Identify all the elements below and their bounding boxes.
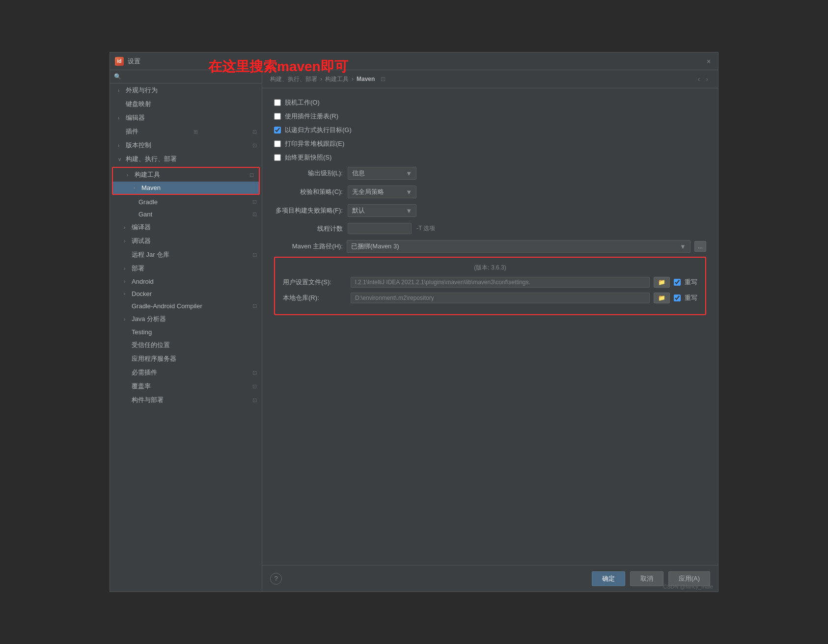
checkbox-offline-row: 脱机工作(O) — [274, 98, 706, 107]
local-repo-browse-button[interactable]: 📁 — [654, 293, 670, 303]
sidebar-item-label: Docker — [132, 290, 152, 297]
checkbox-update[interactable] — [274, 154, 281, 161]
checkbox-recursive[interactable] — [274, 127, 281, 134]
dropdown-arrow-icon: ▼ — [680, 243, 686, 250]
sidebar-item-build-tools[interactable]: › 构建工具 ⊡ — [113, 168, 259, 182]
checkbox-stacktrace-label[interactable]: 打印异常堆栈跟踪(E) — [285, 139, 344, 148]
checkbox-offline[interactable] — [274, 99, 281, 106]
sidebar-item-label: 编辑器 — [126, 113, 145, 122]
user-settings-override-checkbox[interactable] — [674, 279, 681, 286]
sidebar-item-deploy[interactable]: › 部署 — [110, 262, 262, 275]
chevron-icon: › — [134, 185, 138, 190]
sidebar-item-label: Maven — [141, 184, 161, 191]
sidebar-item-docker[interactable]: › Docker — [110, 288, 262, 300]
breadcrumb-nav: ‹ › — [696, 74, 710, 84]
chevron-icon: › — [118, 115, 123, 121]
sidebar-item-label: Testing — [132, 328, 152, 336]
sidebar-item-label: 构件与部署 — [132, 396, 164, 404]
sidebar-item-android[interactable]: › Android — [110, 275, 262, 288]
search-bar: 🔍 — [110, 70, 262, 83]
sidebar-item-debugger[interactable]: › 调试器 — [110, 234, 262, 248]
sidebar-item-artifact-deploy[interactable]: 构件与部署 ⊡ — [110, 393, 262, 407]
sidebar-item-vcs[interactable]: › 版本控制 ⊡ — [110, 138, 262, 152]
sidebar-item-build[interactable]: ∨ 构建、执行、部署 — [110, 152, 262, 166]
maven-home-dropdown[interactable]: 已捆绑(Maven 3) ▼ — [347, 240, 690, 253]
checkbox-stacktrace[interactable] — [274, 140, 281, 147]
sync-icon: ⊡ — [252, 303, 257, 309]
checkbox-plugin-row: 使用插件注册表(R) — [274, 112, 706, 121]
sync-icon: ⊡ — [252, 383, 257, 390]
sidebar-item-label: Android — [132, 278, 154, 285]
sidebar-item-editor[interactable]: › 编辑器 — [110, 111, 262, 125]
sidebar-item-label: 调试器 — [132, 237, 151, 245]
app-icon: id — [115, 57, 124, 66]
sidebar-item-label: 外观与行为 — [126, 86, 158, 95]
search-input[interactable] — [124, 73, 258, 80]
sidebar-item-remote-jar[interactable]: 远程 Jar 仓库 ⊡ — [110, 248, 262, 262]
build-tools-highlight-box: › 构建工具 ⊡ › Maven — [112, 167, 260, 195]
sync-icon: ⊡ — [252, 252, 257, 258]
sidebar-item-app-servers[interactable]: 应用程序服务器 — [110, 352, 262, 366]
sidebar-item-compiler[interactable]: › 编译器 — [110, 220, 262, 234]
checkbox-update-label[interactable]: 始终更新快照(S) — [285, 153, 331, 162]
t-option-label: -T 选项 — [416, 224, 435, 233]
cancel-button[interactable]: 取消 — [630, 571, 663, 586]
sidebar-item-coverage[interactable]: 覆盖率 ⊡ — [110, 379, 262, 393]
validation-label: 校验和策略(C): — [274, 188, 343, 196]
sidebar-item-maven[interactable]: › Maven — [113, 182, 259, 194]
checkbox-recursive-label[interactable]: 以递归方式执行目标(G) — [285, 126, 352, 134]
sidebar-item-required-plugins[interactable]: 必需插件 ⊡ — [110, 366, 262, 379]
maven-version-text: (版本: 3.6.3) — [283, 264, 697, 272]
local-repo-input[interactable]: D:\environment\.m2\repository — [351, 293, 650, 303]
output-level-dropdown[interactable]: 信息 ▼ — [348, 167, 416, 180]
validation-strategy-dropdown[interactable]: 无全局策略 ▼ — [348, 186, 416, 198]
help-button[interactable]: ? — [270, 573, 282, 585]
sidebar-item-label: 编译器 — [132, 223, 151, 232]
close-button[interactable]: × — [704, 57, 713, 66]
right-panel: 构建、执行、部署 › 构建工具 › Maven ⊡ ‹ › 脱机工作(O) — [262, 70, 718, 591]
sidebar-item-java-analyzer[interactable]: › Java 分析器 — [110, 312, 262, 326]
sidebar-item-label: 应用程序服务器 — [132, 354, 176, 363]
plugin-icon: ⊞ — [193, 129, 198, 135]
sidebar-item-gradle-android[interactable]: Gradle-Android Compiler ⊡ — [110, 300, 262, 312]
local-repo-override-label[interactable]: 重写 — [685, 294, 697, 302]
chevron-icon: › — [124, 317, 129, 322]
sidebar-item-label: 受信任的位置 — [132, 341, 170, 349]
user-settings-browse-button[interactable]: 📁 — [654, 277, 670, 288]
checkbox-plugin[interactable] — [274, 113, 281, 120]
user-settings-input[interactable]: l.2.1\IntelliJ IDEA 2021.2.1\plugins\mav… — [351, 277, 650, 288]
checkbox-update-row: 始终更新快照(S) — [274, 153, 706, 162]
multi-build-value: 默认 — [352, 206, 365, 215]
chevron-icon: › — [124, 279, 129, 284]
sidebar-item-label: 版本控制 — [126, 141, 151, 150]
user-settings-row: 用户设置文件(S): l.2.1\IntelliJ IDEA 2021.2.1\… — [283, 277, 697, 288]
chevron-icon: ∨ — [118, 157, 123, 162]
sidebar-item-trusted[interactable]: 受信任的位置 — [110, 338, 262, 352]
sidebar-item-appearance[interactable]: › 外观与行为 — [110, 83, 262, 97]
maven-home-browse-button[interactable]: ... — [694, 241, 706, 252]
local-repo-row: 本地仓库(R): D:\environment\.m2\repository 📁… — [283, 293, 697, 303]
checkbox-plugin-label[interactable]: 使用插件注册表(R) — [285, 112, 338, 121]
output-level-label: 输出级别(L): — [274, 169, 343, 178]
maven-home-value: 已捆绑(Maven 3) — [351, 242, 399, 251]
sidebar-item-label: 必需插件 — [132, 368, 157, 377]
sidebar-item-gant[interactable]: Gant ⊡ — [110, 208, 262, 220]
local-repo-label: 本地仓库(R): — [283, 294, 347, 302]
breadcrumb-segment2: 构建工具 — [325, 75, 349, 83]
sidebar-item-plugins[interactable]: 插件 ⊞ ⊡ — [110, 125, 262, 138]
thread-count-input[interactable] — [348, 223, 412, 234]
ok-button[interactable]: 确定 — [592, 571, 625, 586]
checkbox-offline-label[interactable]: 脱机工作(O) — [285, 98, 320, 107]
dropdown-arrow-icon: ▼ — [406, 188, 412, 196]
multi-build-dropdown[interactable]: 默认 ▼ — [348, 204, 416, 217]
sidebar-item-testing[interactable]: Testing — [110, 326, 262, 338]
nav-back-button[interactable]: ‹ — [696, 74, 702, 84]
sidebar-item-label: 构建、执行、部署 — [126, 155, 177, 163]
nav-forward-button[interactable]: › — [704, 74, 710, 84]
sync-icon: ⊡ — [252, 129, 257, 135]
sidebar-item-keymap[interactable]: 键盘映射 — [110, 97, 262, 111]
sidebar-item-gradle[interactable]: Gradle ⊡ — [110, 196, 262, 208]
user-settings-override-label[interactable]: 重写 — [685, 278, 697, 287]
sidebar-item-label: 远程 Jar 仓库 — [132, 250, 169, 259]
local-repo-override-checkbox[interactable] — [674, 295, 681, 301]
